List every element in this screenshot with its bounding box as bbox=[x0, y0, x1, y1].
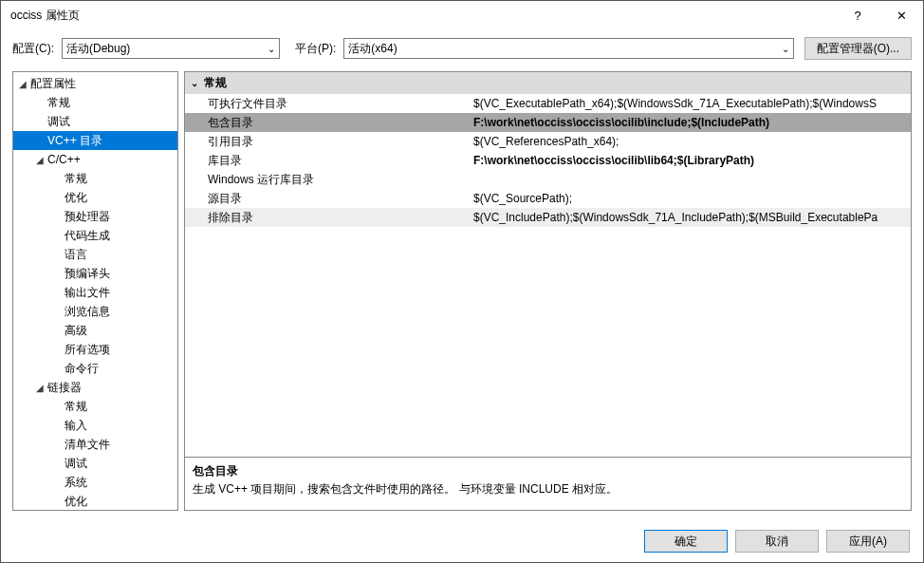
config-combo[interactable]: 活动(Debug) ⌄ bbox=[62, 38, 280, 59]
tree-item[interactable]: 常规 bbox=[13, 397, 177, 416]
property-name: 库目录 bbox=[185, 153, 470, 169]
property-name: 包含目录 bbox=[185, 115, 470, 131]
titlebar: occiss 属性页 ? ✕ bbox=[1, 1, 923, 29]
property-name: 引用目录 bbox=[185, 134, 470, 150]
chevron-down-icon: ⌄ bbox=[782, 44, 789, 54]
tree-item[interactable]: 系统 bbox=[13, 473, 177, 492]
tree-item-label: 语言 bbox=[65, 247, 87, 263]
dialog-window: occiss 属性页 ? ✕ 配置(C): 活动(Debug) ⌄ 平台(P):… bbox=[0, 0, 924, 563]
expand-icon: ◢ bbox=[36, 155, 47, 165]
tree-item[interactable]: 常规 bbox=[13, 169, 177, 188]
toolbar: 配置(C): 活动(Debug) ⌄ 平台(P): 活动(x64) ⌄ 配置管理… bbox=[1, 29, 923, 71]
tree-item-label: 链接器 bbox=[47, 380, 82, 396]
property-name: 排除目录 bbox=[185, 210, 470, 226]
tree-item[interactable]: 调试 bbox=[13, 112, 177, 131]
tree-item[interactable]: 代码生成 bbox=[13, 226, 177, 245]
tree-item[interactable]: 输出文件 bbox=[13, 283, 177, 302]
dialog-body: ◢配置属性常规调试VC++ 目录◢C/C++常规优化预处理器代码生成语言预编译头… bbox=[1, 71, 923, 520]
tree-item-label: 预处理器 bbox=[65, 209, 110, 225]
expand-icon: ◢ bbox=[19, 79, 30, 89]
tree-item-label: 所有选项 bbox=[65, 342, 110, 358]
chevron-down-icon: ⌄ bbox=[268, 44, 275, 54]
property-value[interactable]: $(VC_ExecutablePath_x64);$(WindowsSdk_71… bbox=[470, 97, 911, 110]
category-header[interactable]: ⌄ 常规 bbox=[185, 72, 911, 94]
property-value[interactable]: $(VC_ReferencesPath_x64); bbox=[470, 135, 911, 148]
property-row[interactable]: 排除目录$(VC_IncludePath);$(WindowsSdk_71A_I… bbox=[185, 208, 911, 227]
property-value[interactable]: $(VC_IncludePath);$(WindowsSdk_71A_Inclu… bbox=[470, 211, 911, 224]
config-manager-label: 配置管理器(O)... bbox=[817, 41, 899, 57]
cancel-button[interactable]: 取消 bbox=[735, 530, 819, 553]
tree-item-label: 优化 bbox=[65, 494, 87, 510]
tree-item[interactable]: ◢C/C++ bbox=[13, 150, 177, 169]
tree-item-label: 浏览信息 bbox=[65, 304, 110, 320]
tree-item-label: 常规 bbox=[65, 171, 87, 187]
property-grid[interactable]: ⌄ 常规 可执行文件目录$(VC_ExecutablePath_x64);$(W… bbox=[185, 72, 911, 457]
platform-value: 活动(x64) bbox=[348, 41, 397, 57]
tree[interactable]: ◢配置属性常规调试VC++ 目录◢C/C++常规优化预处理器代码生成语言预编译头… bbox=[13, 72, 177, 510]
property-row[interactable]: 包含目录F:\work\net\occiss\occiss\ocilib\inc… bbox=[185, 113, 911, 132]
tree-item-label: 调试 bbox=[65, 456, 87, 472]
property-value[interactable]: F:\work\net\occiss\occiss\ocilib\include… bbox=[470, 116, 911, 129]
tree-item-label: 代码生成 bbox=[65, 228, 110, 244]
category-label: 常规 bbox=[204, 75, 227, 91]
window-title: occiss 属性页 bbox=[10, 8, 836, 24]
tree-item[interactable]: 浏览信息 bbox=[13, 302, 177, 321]
tree-item[interactable]: 语言 bbox=[13, 245, 177, 264]
tree-item-label: 调试 bbox=[47, 114, 70, 130]
tree-item-label: 优化 bbox=[65, 190, 87, 206]
tree-item[interactable]: 清单文件 bbox=[13, 435, 177, 454]
description-text: 生成 VC++ 项目期间，搜索包含文件时使用的路径。 与环境变量 INCLUDE… bbox=[193, 481, 903, 497]
config-manager-button[interactable]: 配置管理器(O)... bbox=[804, 37, 912, 60]
tree-item[interactable]: 优化 bbox=[13, 492, 177, 510]
tree-item[interactable]: 调试 bbox=[13, 454, 177, 473]
config-label: 配置(C): bbox=[12, 41, 54, 57]
tree-item-label: 高级 bbox=[65, 323, 87, 339]
platform-combo[interactable]: 活动(x64) ⌄ bbox=[343, 38, 794, 59]
tree-item[interactable]: 输入 bbox=[13, 416, 177, 435]
apply-button[interactable]: 应用(A) bbox=[826, 530, 910, 553]
property-value[interactable]: F:\work\net\occiss\occiss\ocilib\lib64;$… bbox=[470, 154, 911, 167]
tree-item-label: 配置属性 bbox=[30, 76, 76, 92]
footer: 确定 取消 应用(A) bbox=[1, 520, 923, 562]
tree-item-label: 常规 bbox=[47, 95, 70, 111]
property-row[interactable]: 库目录F:\work\net\occiss\occiss\ocilib\lib6… bbox=[185, 151, 911, 170]
property-name: 源目录 bbox=[185, 191, 470, 207]
tree-item[interactable]: 所有选项 bbox=[13, 340, 177, 359]
property-name: Windows 运行库目录 bbox=[185, 172, 470, 188]
property-row[interactable]: 可执行文件目录$(VC_ExecutablePath_x64);$(Window… bbox=[185, 94, 911, 113]
property-name: 可执行文件目录 bbox=[185, 96, 470, 112]
property-row[interactable]: 源目录$(VC_SourcePath); bbox=[185, 189, 911, 208]
tree-item-label: 常规 bbox=[65, 399, 87, 415]
tree-item-label: 清单文件 bbox=[65, 437, 110, 453]
help-button[interactable]: ? bbox=[836, 1, 879, 29]
property-row[interactable]: Windows 运行库目录 bbox=[185, 170, 911, 189]
expand-icon: ◢ bbox=[36, 383, 47, 393]
tree-item[interactable]: 优化 bbox=[13, 188, 177, 207]
tree-item[interactable]: VC++ 目录 bbox=[13, 131, 177, 150]
collapse-icon: ⌄ bbox=[191, 78, 204, 88]
platform-label: 平台(P): bbox=[295, 41, 336, 57]
tree-item-label: 预编译头 bbox=[65, 266, 110, 282]
tree-item[interactable]: ◢链接器 bbox=[13, 378, 177, 397]
tree-item[interactable]: 常规 bbox=[13, 93, 177, 112]
tree-item[interactable]: 高级 bbox=[13, 321, 177, 340]
property-panel: ⌄ 常规 可执行文件目录$(VC_ExecutablePath_x64);$(W… bbox=[184, 71, 912, 511]
tree-item[interactable]: 命令行 bbox=[13, 359, 177, 378]
tree-item[interactable]: 预处理器 bbox=[13, 207, 177, 226]
description-title: 包含目录 bbox=[193, 463, 903, 479]
tree-item[interactable]: 预编译头 bbox=[13, 264, 177, 283]
config-value: 活动(Debug) bbox=[66, 41, 130, 57]
tree-item-label: VC++ 目录 bbox=[47, 133, 102, 149]
tree-item-label: 输出文件 bbox=[65, 285, 110, 301]
tree-item-label: 输入 bbox=[65, 418, 87, 434]
tree-item-label: 命令行 bbox=[65, 361, 99, 377]
description-panel: 包含目录 生成 VC++ 项目期间，搜索包含文件时使用的路径。 与环境变量 IN… bbox=[185, 457, 911, 510]
tree-item[interactable]: ◢配置属性 bbox=[13, 74, 177, 93]
tree-panel: ◢配置属性常规调试VC++ 目录◢C/C++常规优化预处理器代码生成语言预编译头… bbox=[12, 71, 178, 511]
property-row[interactable]: 引用目录$(VC_ReferencesPath_x64); bbox=[185, 132, 911, 151]
tree-item-label: 系统 bbox=[65, 475, 87, 491]
property-value[interactable]: $(VC_SourcePath); bbox=[470, 192, 911, 205]
tree-item-label: C/C++ bbox=[47, 153, 81, 166]
close-button[interactable]: ✕ bbox=[879, 1, 923, 29]
ok-button[interactable]: 确定 bbox=[644, 530, 728, 553]
